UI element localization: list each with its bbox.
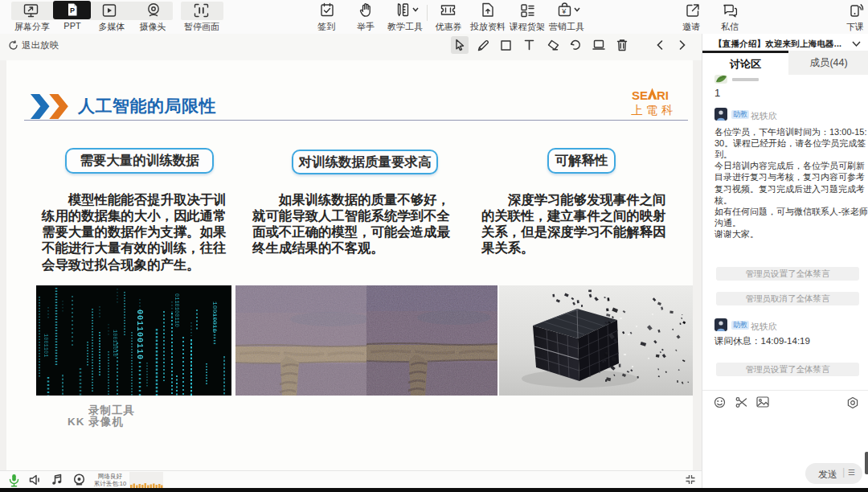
svg-text:10010011: 10010011 [211,301,219,333]
svg-text:RI: RI [657,88,669,102]
svg-text:001100110: 001100110 [135,310,144,360]
svg-text:P: P [70,6,75,14]
svg-text:¥: ¥ [561,7,567,15]
svg-text:SE: SE [632,88,648,102]
svg-text:0110100110: 0110100110 [174,293,180,327]
svg-text:1001101: 1001101 [43,334,49,357]
svg-text:上電科: 上電科 [631,104,677,117]
svg-text:10011010: 10011010 [112,330,118,357]
